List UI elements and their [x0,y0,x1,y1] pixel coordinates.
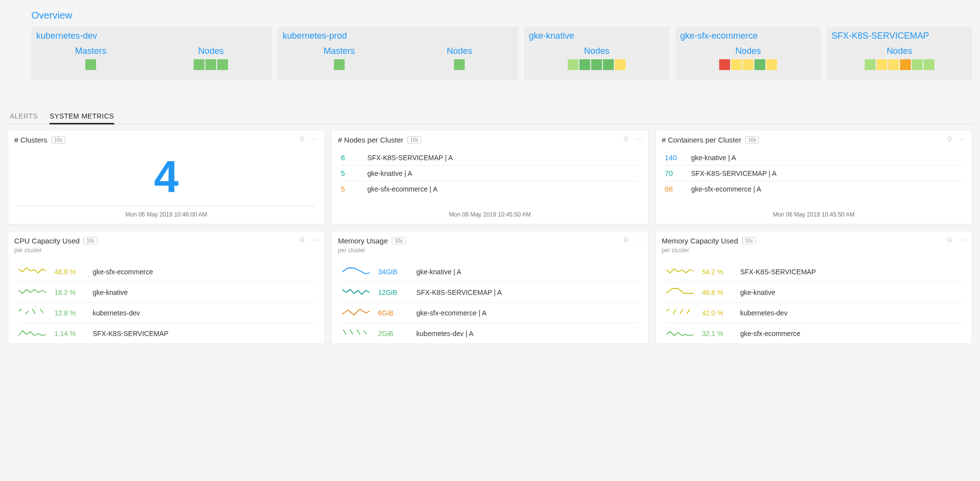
heat-cell[interactable] [85,59,96,70]
data-row[interactable]: 70SFX-K8S-SERVICEMAP | A [665,166,963,181]
more-icon[interactable] [311,136,318,144]
bell-icon[interactable] [623,136,629,144]
more-icon[interactable] [635,237,642,245]
svg-point-13 [638,240,639,240]
data-row[interactable]: 2GiBkubernetes-dev | A [341,323,639,343]
bell-icon[interactable] [299,136,305,144]
data-row[interactable]: 1.14 %SFX-K8S-SERVICEMAP [17,323,315,343]
panel-title: Memory Capacity Used [662,237,738,245]
heat-cell[interactable] [743,59,754,70]
cluster-card[interactable]: SFX-K8S-SERVICEMAPNodes [827,27,972,80]
cluster-title[interactable]: SFX-K8S-SERVICEMAP [831,31,967,41]
row-label: gke-sfx-ecommerce | A [367,185,639,193]
data-row[interactable]: 12.8 %kubernetes-dev [17,303,315,323]
cluster-group-label[interactable]: Masters [75,46,106,56]
tab-system-metrics[interactable]: SYSTEM METRICS [50,109,114,124]
heat-cell[interactable] [865,59,876,70]
data-row[interactable]: 5gke-sfx-ecommerce | A [341,181,639,196]
cluster-card[interactable]: kubernetes-prodMastersNodes [277,27,518,80]
bell-icon[interactable] [946,237,953,245]
heat-cell[interactable] [754,59,765,70]
data-row[interactable]: 32.1 %gke-sfx-ecommerce [665,323,963,343]
cluster-group: Nodes [447,46,472,70]
heat-cell[interactable] [888,59,899,70]
heat-cell[interactable] [924,59,934,70]
heat-cell[interactable] [766,59,777,70]
sparkline-icon [341,286,371,299]
tabs: ALERTS SYSTEM METRICS [8,109,972,124]
tab-alerts[interactable]: ALERTS [10,109,38,124]
cluster-title[interactable]: gke-knative [529,31,665,41]
cluster-group: Nodes [568,46,626,70]
row-value: 1.14 % [54,330,86,337]
panel-subtitle: per cluster [332,247,648,258]
heat-cell[interactable] [568,59,578,70]
svg-point-1 [314,139,315,140]
panel-cpu-capacity: CPU Capacity Used 10s per cluster 48.8 %… [8,231,325,344]
cluster-group-label[interactable]: Nodes [194,46,228,56]
heat-cell[interactable] [615,59,626,70]
bell-icon[interactable] [946,136,953,144]
data-row[interactable]: 48.8 %gke-sfx-ecommerce [17,262,315,282]
more-icon[interactable] [635,136,642,144]
heat-cell[interactable] [579,59,590,70]
cluster-group: Masters [75,46,106,70]
panel-title: # Nodes per Cluster [338,136,403,144]
cluster-group-label[interactable]: Nodes [447,46,472,56]
data-row[interactable]: 18.2 %gke-knative [17,282,315,303]
heat-cell[interactable] [334,59,345,70]
data-row[interactable]: 6SFX-K8S-SERVICEMAP | A [341,150,639,166]
cluster-group-label[interactable]: Nodes [568,46,626,56]
cluster-group: Masters [324,46,355,70]
heat-cell[interactable] [591,59,602,70]
clusters-row: kubernetes-devMastersNodeskubernetes-pro… [31,27,972,80]
sparkline-icon [665,306,695,319]
cluster-group-label[interactable]: Masters [324,46,355,56]
heat-cell[interactable] [877,59,887,70]
heat-cell[interactable] [719,59,730,70]
row-label: kubernetes-dev [93,309,315,317]
heat-cell[interactable] [454,59,465,70]
more-icon[interactable] [959,136,966,144]
cluster-card[interactable]: kubernetes-devMastersNodes [31,27,272,80]
svg-point-6 [960,139,961,140]
heat-cell[interactable] [900,59,911,70]
data-row[interactable]: 54.2 %SFX-K8S-SERVICEMAP [665,262,963,282]
cluster-group-label[interactable]: Nodes [865,46,934,56]
bell-icon[interactable] [299,237,305,245]
svg-point-10 [314,240,315,240]
overview-title[interactable]: Overview [31,10,972,21]
data-row[interactable]: 140gke-knative | A [665,150,963,166]
row-value: 12GiB [378,289,409,296]
cluster-card[interactable]: gke-sfx-ecommerceNodes [676,27,821,80]
heat-cell[interactable] [603,59,614,70]
heat-cell[interactable] [205,59,216,70]
svg-point-16 [962,240,963,240]
cluster-card[interactable]: gke-knativeNodes [524,27,670,80]
cluster-title[interactable]: gke-sfx-ecommerce [680,31,816,41]
heat-cell[interactable] [731,59,742,70]
data-row[interactable]: 12GiBSFX-K8S-SERVICEMAP | A [341,282,639,303]
cluster-group-label[interactable]: Nodes [719,46,777,56]
heat-cell[interactable] [217,59,228,70]
row-value: 6 [341,153,360,162]
data-row[interactable]: 68gke-sfx-ecommerce | A [665,181,963,196]
interval-badge: 10s [392,237,405,244]
more-icon[interactable] [959,237,966,245]
cluster-title[interactable]: kubernetes-prod [282,31,513,41]
heat-cell[interactable] [194,59,204,70]
cluster-title[interactable]: kubernetes-dev [36,31,267,41]
data-row[interactable]: 6GiBgke-sfx-ecommerce | A [341,303,639,323]
data-row[interactable]: 42.0 %kubernetes-dev [665,303,963,323]
bell-icon[interactable] [623,237,629,245]
heat-cell[interactable] [912,59,923,70]
interval-badge: 10s [51,136,65,144]
row-label: gke-knative | A [416,268,639,276]
data-row[interactable]: 34GiBgke-knative | A [341,262,639,282]
data-row[interactable]: 46.8 %gke-knative [665,282,963,303]
row-label: gke-knative | A [691,154,963,162]
cluster-group: Nodes [865,46,934,70]
row-value: 18.2 % [54,289,86,296]
more-icon[interactable] [311,237,318,245]
data-row[interactable]: 5gke-knative | A [341,166,639,181]
